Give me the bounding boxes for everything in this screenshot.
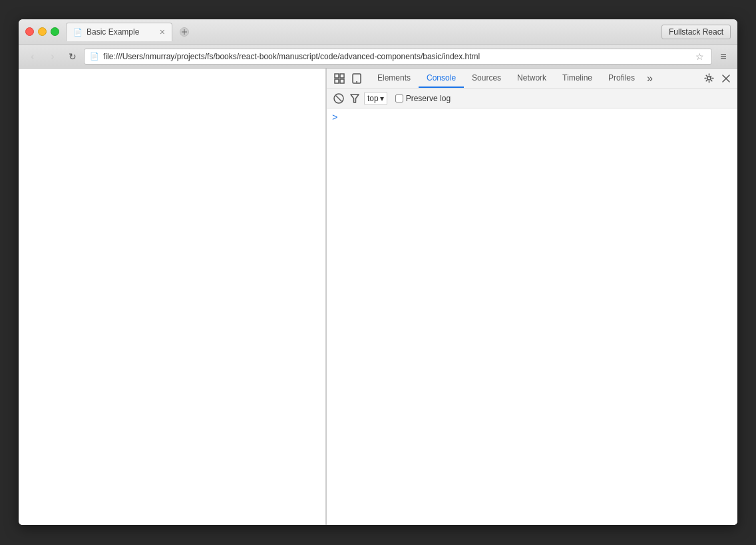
clear-console-button[interactable]: [332, 92, 345, 105]
forward-button[interactable]: ›: [44, 48, 61, 65]
content-area: Elements Console Sources Network Timelin…: [19, 69, 737, 525]
svg-point-8: [356, 81, 357, 83]
prompt-arrow: >: [332, 112, 337, 123]
svg-line-13: [336, 96, 341, 101]
tab-sources[interactable]: Sources: [464, 69, 509, 88]
fullstack-react-button[interactable]: Fullstack React: [662, 25, 731, 39]
svg-marker-14: [351, 94, 359, 102]
maximize-button[interactable]: [51, 27, 59, 36]
device-mode-button[interactable]: [349, 71, 364, 86]
address-bar[interactable]: 📄 file:///Users/nmurray/projects/fs/book…: [84, 49, 712, 65]
chevron-down-icon: ▾: [380, 94, 384, 103]
svg-rect-2: [182, 31, 187, 32]
preserve-log-toggle[interactable]: Preserve log: [395, 94, 451, 103]
filter-button[interactable]: [348, 92, 361, 105]
tab-elements[interactable]: Elements: [369, 69, 419, 88]
svg-rect-4: [340, 74, 344, 78]
close-button[interactable]: [25, 27, 34, 36]
toolbar: ‹ › ↻ 📄 file:///Users/nmurray/projects/f…: [19, 45, 737, 69]
browser-window: 📄 Basic Example × Fullstack React ‹ › ↻: [19, 19, 737, 525]
back-icon: ‹: [31, 51, 34, 63]
devtools-settings-button[interactable]: [701, 71, 716, 86]
preserve-log-label: Preserve log: [406, 94, 451, 103]
page-content: [19, 69, 326, 525]
address-text: file:///Users/nmurray/projects/fs/books/…: [103, 52, 689, 61]
traffic-lights: [25, 27, 59, 36]
devtools-header: Elements Console Sources Network Timelin…: [327, 69, 737, 89]
preserve-log-checkbox[interactable]: [395, 94, 403, 102]
tab-bar: 📄 Basic Example ×: [66, 23, 731, 41]
tab-timeline[interactable]: Timeline: [554, 69, 600, 88]
svg-rect-6: [340, 79, 344, 83]
devtools-icons-right: [697, 71, 737, 86]
devtools-tabs: Elements Console Sources Network Timelin…: [369, 69, 697, 88]
tab-profiles[interactable]: Profiles: [600, 69, 643, 88]
new-tab-button[interactable]: [175, 23, 194, 41]
context-label: top: [367, 94, 379, 103]
page-icon: 📄: [90, 52, 99, 61]
inspect-element-button[interactable]: [332, 71, 347, 86]
minimize-button[interactable]: [38, 27, 47, 36]
console-toolbar: top ▾ Preserve log: [327, 89, 737, 108]
more-tabs-button[interactable]: »: [643, 69, 657, 88]
tab-icon: 📄: [73, 28, 83, 37]
bookmark-button[interactable]: ☆: [693, 50, 706, 63]
menu-icon: ≡: [720, 51, 726, 63]
reload-icon: ↻: [69, 51, 77, 62]
forward-icon: ›: [51, 51, 54, 63]
svg-rect-5: [335, 79, 339, 83]
console-content: >: [327, 108, 737, 525]
devtools-icons-left: [327, 71, 369, 86]
back-button[interactable]: ‹: [24, 48, 41, 65]
devtools-panel: Elements Console Sources Network Timelin…: [326, 69, 737, 525]
console-prompt: >: [327, 111, 737, 124]
devtools-close-button[interactable]: [719, 71, 733, 86]
tab-label: Basic Example: [87, 27, 139, 37]
tab-network[interactable]: Network: [509, 69, 554, 88]
context-selector[interactable]: top ▾: [364, 92, 387, 105]
tab-close-button[interactable]: ×: [160, 27, 165, 37]
menu-button[interactable]: ≡: [715, 48, 732, 65]
svg-rect-3: [335, 74, 339, 78]
reload-button[interactable]: ↻: [64, 48, 81, 65]
title-bar: 📄 Basic Example × Fullstack React: [19, 19, 737, 45]
browser-tab[interactable]: 📄 Basic Example ×: [66, 23, 172, 41]
tab-console[interactable]: Console: [419, 69, 464, 88]
